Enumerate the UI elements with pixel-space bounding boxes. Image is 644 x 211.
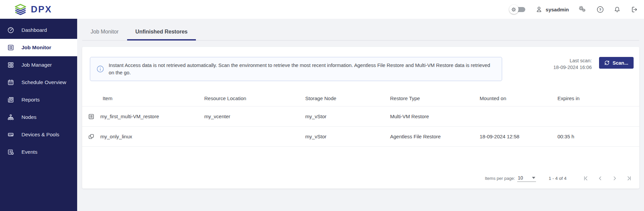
cell-item-name: my_first_multi-VM_restore xyxy=(100,114,159,119)
sidebar-item-schedule-overview[interactable]: Schedule Overview xyxy=(0,74,77,91)
cell-storage-node: my_vStor xyxy=(305,114,390,119)
restores-table: Item Resource Location Storage Node Rest… xyxy=(82,90,639,147)
previous-page-icon[interactable] xyxy=(597,175,603,182)
items-per-page-value: 10 xyxy=(518,175,523,181)
sidebar-item-dashboard[interactable]: Dashboard xyxy=(0,21,77,39)
sidebar-item-label: Schedule Overview xyxy=(21,79,66,85)
items-per-page-label: Items per page: xyxy=(485,176,515,181)
toggle-gear-icon xyxy=(509,5,519,14)
theme-toggle[interactable] xyxy=(509,5,526,14)
top-bar: DPX sysadmin xyxy=(0,0,644,19)
last-scan-label: Last scan: xyxy=(553,57,592,64)
sidebar-item-nodes[interactable]: Nodes xyxy=(0,109,77,126)
tab-unfinished-restores[interactable]: Unfinished Restores xyxy=(127,23,196,41)
sidebar-item-label: Job Monitor xyxy=(21,45,51,51)
last-page-icon[interactable] xyxy=(626,175,632,182)
job-manager-icon xyxy=(7,61,15,69)
sidebar-item-label: Reports xyxy=(21,97,40,103)
reports-icon xyxy=(7,96,15,103)
settings-gears-icon[interactable] xyxy=(578,5,587,13)
sidebar-item-label: Nodes xyxy=(21,114,37,120)
user-menu[interactable]: sysadmin xyxy=(535,6,569,13)
info-icon xyxy=(96,65,104,73)
table-row[interactable]: my_first_multi-VM_restore my_vcenter my_… xyxy=(82,107,639,127)
table-row[interactable]: my_only_linux my_vStor Agentless File Re… xyxy=(82,127,639,147)
info-banner: Instant Access data is not retrieved aut… xyxy=(90,57,502,81)
schedule-icon xyxy=(7,79,15,86)
agentless-file-restore-icon xyxy=(88,133,95,140)
svg-text:?: ? xyxy=(599,7,601,11)
devices-pools-icon xyxy=(7,131,15,138)
sidebar-item-label: Devices & Pools xyxy=(21,132,59,138)
sidebar-item-events[interactable]: Events xyxy=(0,143,77,161)
cell-restore-type: Agentless File Restore xyxy=(390,134,480,139)
sidebar-item-devices-pools[interactable]: Devices & Pools xyxy=(0,126,77,143)
cell-expires-in: 00:35 h xyxy=(557,134,639,139)
column-header-item: Item xyxy=(88,95,204,101)
sidebar-item-label: Job Manager xyxy=(21,62,52,68)
nodes-icon xyxy=(7,114,15,121)
cell-item-name: my_only_linux xyxy=(100,134,132,139)
sidebar-item-label: Dashboard xyxy=(21,27,47,33)
dpx-logo: DPX xyxy=(13,3,52,15)
scan-button[interactable]: Scan... xyxy=(599,57,634,69)
column-header-resource-location: Resource Location xyxy=(204,95,305,101)
scan-button-label: Scan... xyxy=(612,60,628,66)
chevron-down-icon xyxy=(532,177,535,179)
dpx-stack-icon xyxy=(13,3,28,15)
pagination-range: 1 - 4 of 4 xyxy=(549,176,567,181)
tab-bar: Job Monitor Unfinished Restores xyxy=(82,23,639,41)
column-header-mounted-on: Mounted on xyxy=(480,95,557,101)
column-header-restore-type: Restore Type xyxy=(390,95,480,101)
cell-mounted-on: 18-09-2024 12:58 xyxy=(480,134,557,139)
table-header: Item Resource Location Storage Node Rest… xyxy=(82,90,639,107)
events-icon xyxy=(7,148,15,156)
username: sysadmin xyxy=(546,7,569,12)
multi-vm-restore-icon xyxy=(88,113,95,120)
column-header-expires-in: Expires in xyxy=(557,95,639,101)
sidebar-item-job-monitor[interactable]: Job Monitor xyxy=(0,39,77,56)
last-scan-value: 18-09-2024 16:06 xyxy=(553,64,592,71)
first-page-icon[interactable] xyxy=(583,175,589,182)
sidebar-item-reports[interactable]: Reports xyxy=(0,91,77,109)
logout-icon[interactable] xyxy=(630,6,638,13)
cell-resource-location: my_vcenter xyxy=(204,114,305,119)
gauge-icon xyxy=(7,26,15,34)
logo-text: DPX xyxy=(31,4,52,15)
bell-icon[interactable] xyxy=(613,6,621,13)
next-page-icon[interactable] xyxy=(611,175,618,182)
unfinished-restores-panel: Instant Access data is not retrieved aut… xyxy=(82,47,639,189)
sidebar: Dashboard Job Monitor Job Manager Schedu… xyxy=(0,19,77,211)
cell-storage-node: my_vStor xyxy=(305,134,390,139)
refresh-icon xyxy=(604,60,609,65)
sidebar-item-label: Events xyxy=(21,149,37,155)
sidebar-item-job-manager[interactable]: Job Manager xyxy=(0,56,77,74)
banner-text: Instant Access data is not retrieved aut… xyxy=(109,62,496,76)
help-icon[interactable]: ? xyxy=(596,6,604,13)
last-scan: Last scan: 18-09-2024 16:06 xyxy=(553,57,592,71)
column-header-storage-node: Storage Node xyxy=(305,95,390,101)
content-area: Job Monitor Unfinished Restores Instant … xyxy=(77,19,644,211)
tab-job-monitor[interactable]: Job Monitor xyxy=(82,23,127,41)
items-per-page-select[interactable]: 10 xyxy=(517,174,536,182)
pagination: Items per page: 10 1 - 4 of 4 xyxy=(82,168,639,189)
person-icon xyxy=(535,6,543,13)
cell-restore-type: Multi-VM Restore xyxy=(390,114,480,119)
job-monitor-icon xyxy=(7,44,15,51)
